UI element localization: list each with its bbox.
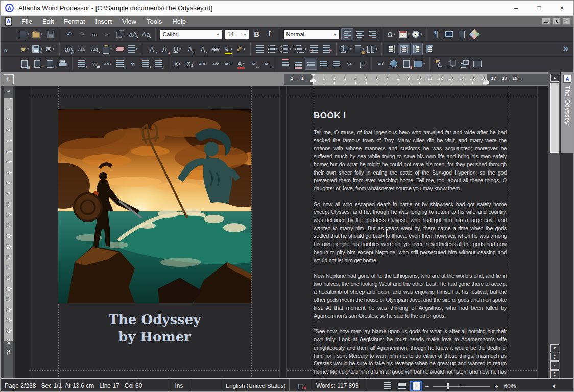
footnote-icon[interactable]: AB¹ <box>375 58 387 70</box>
save-document-icon[interactable] <box>44 28 57 40</box>
menu-edit[interactable]: Edit <box>37 18 59 26</box>
move-lines-icon[interactable]: ↪ <box>139 58 152 70</box>
change-case-sentence-icon[interactable]: Aaa. <box>76 43 88 55</box>
erase-formatting-icon[interactable] <box>114 43 126 55</box>
change-case-upper-icon[interactable]: aA↷ <box>127 28 139 40</box>
bold-icon[interactable]: B <box>251 28 263 40</box>
send-mail-icon[interactable]: ✉▾ <box>44 43 56 55</box>
menu-tools[interactable]: Tools <box>141 18 167 26</box>
view-online-icon[interactable] <box>411 43 423 55</box>
space-before-icon[interactable] <box>279 58 292 70</box>
chevron-down-icon[interactable]: ▾ <box>214 32 222 37</box>
paragraph[interactable]: So now all who escaped death in battle o… <box>314 201 507 265</box>
previous-page-button[interactable]: ▲▲ <box>550 353 559 361</box>
change-case-title-icon[interactable]: Aaa↷ <box>88 43 101 55</box>
drop-cap-icon[interactable]: ¶A <box>343 58 355 70</box>
right-indent-marker[interactable] <box>483 78 490 84</box>
copy-document-icon[interactable]: ▾ <box>340 43 353 55</box>
align-right-icon[interactable] <box>367 28 379 40</box>
superscript-icon[interactable]: X² <box>171 58 183 70</box>
first-line-indent-marker[interactable] <box>309 74 317 82</box>
menu-insert[interactable]: Insert <box>90 18 117 26</box>
format-painter-icon[interactable]: ✐▾ <box>235 43 247 55</box>
line-spacing-double-icon[interactable] <box>330 58 343 70</box>
undo-icon[interactable]: ↶ <box>63 28 76 40</box>
view-web-button[interactable] <box>396 381 408 391</box>
view-print-layout-icon[interactable] <box>398 43 410 55</box>
mdi-minimize-button[interactable] <box>542 18 551 25</box>
status-spellcheck[interactable]: ▤× <box>290 379 312 392</box>
save-block-icon[interactable]: ▫ <box>114 58 126 70</box>
swap-paragraphs-icon[interactable]: ¶¶⇄ <box>88 58 101 70</box>
document-tab[interactable]: A The Odyssey <box>561 72 574 153</box>
maximize-button[interactable]: □ <box>528 1 551 15</box>
menu-file[interactable]: File <box>16 18 37 26</box>
status-language[interactable]: English (United States) <box>222 379 290 392</box>
document-options-icon[interactable]: * <box>31 58 43 70</box>
scrollbar-thumb[interactable] <box>550 83 559 153</box>
increase-indent-icon[interactable]: ▸ <box>321 43 333 55</box>
subscript-icon[interactable]: X₂ <box>184 58 196 70</box>
hyperlink-icon[interactable] <box>388 58 400 70</box>
numbered-list-icon[interactable]: 123▾ <box>279 43 292 55</box>
zoom-slider[interactable]: + <box>433 386 490 387</box>
collapse-toolbars-button[interactable]: « <box>4 45 8 54</box>
minimize-button[interactable]: – <box>505 1 528 15</box>
insert-time-icon[interactable]: ▾ <box>411 28 423 40</box>
zoom-in-button[interactable]: + <box>494 382 498 390</box>
decrease-indent-icon[interactable]: ◂ <box>308 43 320 55</box>
letter-spacing-expand-icon[interactable]: AB↔ <box>248 58 260 70</box>
theme-toggle-button[interactable]: ◐ <box>553 381 557 390</box>
font-size-combo[interactable]: 14▾ <box>225 29 249 39</box>
browse-object-button[interactable]: • <box>550 361 559 370</box>
cover-title[interactable]: The Odyssey by Homer <box>58 311 251 346</box>
small-caps-icon[interactable]: Abc <box>209 58 222 70</box>
copy-formatting-icon[interactable] <box>446 58 458 70</box>
font-color-icon[interactable]: A▾ <box>235 58 247 70</box>
cut-icon[interactable]: ✂ <box>102 28 114 40</box>
change-case-lower-icon[interactable]: Aa↷ <box>140 28 152 40</box>
copy-icon[interactable] <box>114 28 127 40</box>
save-lines-icon[interactable]: ▯ <box>152 58 164 70</box>
find-replace-icon[interactable]: aA⇄ <box>63 43 75 55</box>
open-document-icon[interactable]: ▾ <box>31 28 44 40</box>
line-spacing-15-icon[interactable] <box>318 58 330 70</box>
status-word-count[interactable]: Words: 117 893 <box>312 379 364 392</box>
zoom-out-button[interactable]: − <box>425 382 429 390</box>
align-center-icon[interactable] <box>354 28 366 40</box>
letter-spacing-condense-icon[interactable]: AB+ <box>260 58 273 70</box>
bullet-list-icon[interactable]: •••▾ <box>267 43 279 55</box>
menu-help[interactable]: Help <box>167 18 191 26</box>
style-combo[interactable]: Normal▾ <box>283 29 340 39</box>
paragraph[interactable]: Tell me, O muse, of that ingenious hero … <box>314 129 507 193</box>
menu-format[interactable]: Format <box>59 18 90 26</box>
view-frames-icon[interactable] <box>423 43 436 55</box>
italic-icon[interactable]: I <box>264 28 276 40</box>
sort-paragraphs-icon[interactable]: ↕ <box>76 58 88 70</box>
paragraph-indents-icon[interactable]: [≡ <box>356 58 368 70</box>
close-button[interactable]: × <box>551 1 573 15</box>
insert-symbol-icon[interactable]: Ω▾ <box>386 28 398 40</box>
find-icon[interactable]: ∞ <box>89 28 101 40</box>
strikethrough-icon[interactable]: ABC <box>222 58 234 70</box>
align-ab-icon[interactable]: A↕B <box>101 58 113 70</box>
favorites-icon[interactable]: ★▾ <box>18 43 31 55</box>
text-highlight-icon[interactable]: ✎▾ <box>222 43 234 55</box>
zoom-slider-thumb[interactable] <box>447 383 449 389</box>
background-menu-icon[interactable]: ▾ <box>127 43 139 55</box>
tip-lamp-icon[interactable] <box>433 58 445 70</box>
view-draft-icon[interactable] <box>385 43 397 55</box>
columns-icon[interactable]: ▾ <box>366 43 378 55</box>
mdi-restore-button[interactable] <box>552 18 561 25</box>
underline-icon[interactable]: U▾ <box>171 43 183 55</box>
full-screen-icon[interactable] <box>443 28 455 40</box>
page-right[interactable]: BOOK I Tell me, O muse, of that ingeniou… <box>286 86 538 377</box>
view-print-layout-button[interactable] <box>410 381 422 391</box>
condense-spacing-icon[interactable]: A⋮ <box>197 43 209 55</box>
insert-table-icon[interactable]: ▾ <box>413 58 426 70</box>
bookmark-icon[interactable]: ▮ <box>400 58 413 70</box>
vertical-scrollbar[interactable]: ▲ ▼ ▲▲ • ▼▼ <box>548 72 560 378</box>
split-window-icon[interactable] <box>471 58 484 70</box>
mail-merge-icon[interactable]: ▦ <box>18 58 31 70</box>
view-draft-button[interactable] <box>381 381 394 391</box>
